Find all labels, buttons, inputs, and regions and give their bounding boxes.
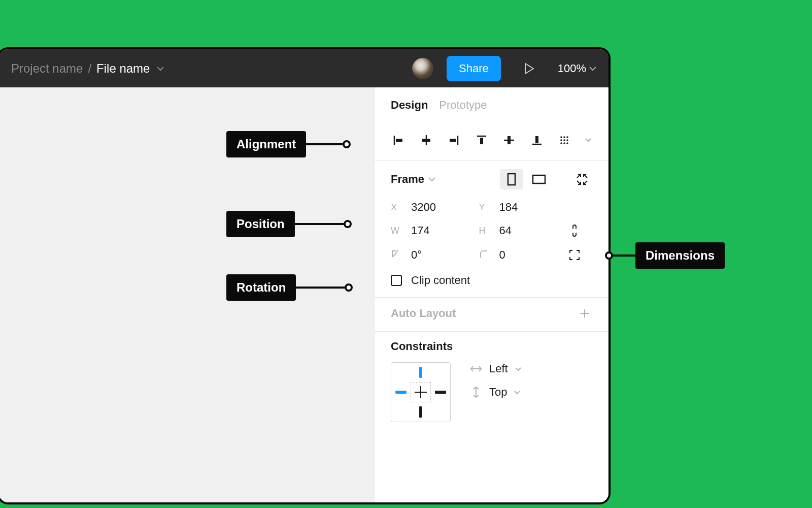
svg-rect-5 — [450, 139, 456, 142]
tab-design[interactable]: Design — [391, 99, 428, 112]
svg-rect-22 — [533, 175, 545, 183]
corner-radius-value: 0 — [499, 248, 505, 262]
svg-point-16 — [564, 139, 566, 141]
corner-radius-field[interactable]: 0 — [479, 248, 567, 262]
x-label: X — [391, 202, 402, 213]
y-label: Y — [479, 202, 490, 213]
chevron-down-icon — [514, 388, 520, 396]
align-left-icon[interactable] — [391, 132, 407, 148]
callout-label: Position — [226, 211, 295, 237]
w-label: W — [391, 226, 402, 236]
callout-dimensions: Dimensions — [605, 242, 725, 269]
svg-point-20 — [567, 142, 569, 144]
auto-layout-label: Auto Layout — [391, 307, 456, 320]
add-auto-layout-button[interactable] — [577, 306, 592, 321]
zoom-caret-icon — [589, 65, 596, 73]
callout-alignment: Alignment — [226, 131, 351, 157]
zoom-menu[interactable]: 100% — [558, 62, 596, 75]
frame-type-label: Frame — [391, 173, 424, 186]
svg-point-12 — [561, 136, 563, 138]
align-bottom-icon[interactable] — [529, 132, 545, 148]
callout-position: Position — [226, 211, 352, 237]
callout-label: Dimensions — [635, 242, 725, 269]
svg-rect-11 — [535, 136, 538, 143]
callout-label: Alignment — [226, 131, 306, 157]
tab-prototype[interactable]: Prototype — [439, 99, 487, 112]
height-field[interactable]: H 64 — [479, 224, 567, 237]
vertical-arrows-icon — [470, 386, 482, 398]
rotation-icon — [391, 249, 402, 261]
constraint-horizontal-value: Left — [489, 362, 508, 375]
orientation-landscape-button[interactable] — [527, 169, 551, 189]
distribute-caret-icon[interactable] — [585, 132, 592, 148]
constraints-title: Constraints — [391, 340, 592, 353]
svg-rect-3 — [422, 139, 430, 142]
align-right-icon[interactable] — [446, 132, 462, 148]
file-name-caret-icon[interactable] — [157, 65, 164, 73]
width-field[interactable]: W 174 — [391, 224, 479, 237]
callout-rotation: Rotation — [226, 274, 353, 301]
avatar[interactable] — [412, 58, 433, 79]
alignment-section — [375, 119, 608, 161]
y-value: 184 — [499, 201, 518, 214]
breadcrumb: Project name / File name — [11, 61, 408, 76]
file-name[interactable]: File name — [96, 61, 150, 76]
constraints-section: Constraints Left — [375, 332, 608, 432]
frame-section: Frame — [375, 161, 608, 298]
present-button[interactable] — [517, 56, 542, 81]
svg-point-18 — [561, 142, 563, 144]
frame-type-dropdown[interactable]: Frame — [391, 173, 494, 186]
h-label: H — [479, 226, 490, 236]
svg-point-15 — [561, 139, 563, 141]
properties-panel: Design Prototype — [374, 87, 608, 502]
svg-rect-7 — [480, 138, 483, 144]
panel-tabs: Design Prototype — [375, 87, 608, 119]
clip-content-label: Clip content — [411, 274, 470, 287]
project-name[interactable]: Project name — [11, 61, 83, 76]
breadcrumb-separator: / — [88, 61, 91, 76]
svg-rect-21 — [508, 174, 515, 185]
constraint-horizontal-dropdown[interactable]: Left — [470, 362, 521, 375]
svg-point-19 — [564, 142, 566, 144]
independent-corners-icon[interactable] — [567, 247, 582, 263]
top-bar: Project name / File name Share 100% — [0, 49, 608, 87]
chevron-down-icon — [515, 365, 521, 373]
distribute-icon[interactable] — [557, 132, 572, 148]
x-value: 3200 — [411, 201, 436, 214]
callout-label: Rotation — [226, 274, 296, 301]
svg-point-17 — [567, 139, 569, 141]
svg-rect-9 — [507, 136, 511, 144]
rotation-value: 0° — [411, 248, 422, 262]
auto-layout-section: Auto Layout — [375, 298, 608, 332]
constraints-widget[interactable] — [391, 362, 451, 422]
constrain-proportions-icon[interactable] — [567, 223, 582, 238]
x-field[interactable]: X 3200 — [391, 201, 479, 214]
svg-point-14 — [567, 136, 569, 138]
align-vertical-center-icon[interactable] — [501, 132, 517, 148]
align-horizontal-center-icon[interactable] — [419, 132, 434, 148]
corner-radius-icon — [479, 249, 490, 261]
clip-content-checkbox[interactable] — [391, 275, 402, 286]
resize-to-fit-button[interactable] — [572, 169, 592, 189]
constraint-vertical-dropdown[interactable]: Top — [470, 386, 521, 399]
y-field[interactable]: Y 184 — [479, 201, 567, 214]
horizontal-arrows-icon — [470, 365, 482, 372]
constraint-vertical-value: Top — [489, 386, 507, 399]
zoom-value: 100% — [558, 62, 586, 75]
orientation-portrait-button[interactable] — [500, 169, 523, 189]
rotation-field[interactable]: 0° — [391, 248, 479, 262]
share-button[interactable]: Share — [447, 56, 501, 81]
svg-point-13 — [564, 136, 566, 138]
h-value: 64 — [499, 224, 512, 237]
align-top-icon[interactable] — [474, 132, 490, 148]
w-value: 174 — [411, 224, 430, 237]
svg-rect-1 — [396, 139, 402, 142]
